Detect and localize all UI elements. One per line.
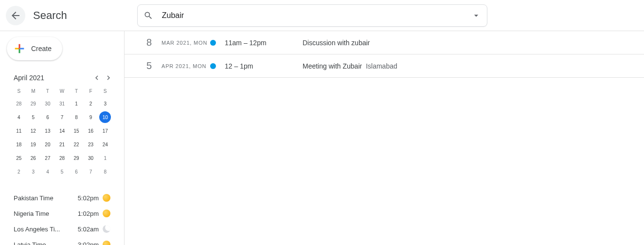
result-title-wrap: Discussion with zubair	[303, 39, 370, 47]
result-date: APR 2021, MON	[152, 63, 210, 69]
clock-time: 1:02pm	[78, 210, 99, 217]
result-time: 11am – 12pm	[225, 39, 303, 47]
calendar-day[interactable]: 5	[56, 166, 68, 177]
calendar-day[interactable]: 24	[99, 139, 111, 150]
sidebar: Create April 2021 SMTWTFS 28293031123456…	[0, 31, 125, 245]
mini-calendar-title: April 2021	[14, 74, 91, 82]
dow-header: T	[69, 87, 84, 97]
search-box[interactable]	[137, 4, 487, 27]
clock-time: 5:02am	[78, 226, 99, 233]
calendar-day[interactable]: 28	[13, 98, 25, 109]
calendar-day[interactable]: 17	[99, 125, 111, 137]
result-location: Islamabad	[366, 62, 397, 70]
result-day: 8	[134, 37, 152, 48]
calendar-day[interactable]: 9	[85, 111, 97, 123]
clock-label: Nigeria Time	[14, 210, 78, 217]
create-label: Create	[31, 45, 52, 52]
chevron-right-icon	[104, 73, 113, 82]
calendar-day[interactable]: 22	[71, 139, 82, 150]
search-result-row[interactable]: 5APR 2021, MON12 – 1pmMeeting with Zubai…	[125, 54, 644, 78]
calendar-day[interactable]: 20	[42, 139, 54, 150]
calendar-day[interactable]: 18	[13, 139, 25, 150]
dow-header: F	[84, 87, 98, 97]
calendar-day[interactable]: 16	[85, 125, 97, 137]
calendar-day[interactable]: 14	[56, 125, 68, 137]
result-title: Meeting with Zubair	[303, 62, 362, 70]
calendar-day[interactable]: 7	[85, 166, 97, 177]
back-button[interactable]	[6, 6, 25, 25]
next-month-button[interactable]	[103, 72, 114, 84]
calendar-day[interactable]: 28	[56, 152, 68, 164]
calendar-day[interactable]: 29	[27, 98, 39, 109]
calendar-day[interactable]: 13	[42, 125, 54, 137]
calendar-day[interactable]: 30	[42, 98, 54, 109]
result-day: 5	[134, 60, 152, 71]
calendar-day[interactable]: 4	[13, 111, 25, 123]
world-clocks: Pakistan Time5:02pmNigeria Time1:02pmLos…	[6, 190, 118, 245]
calendar-day[interactable]: 30	[85, 152, 97, 164]
caret-down-icon	[471, 11, 481, 20]
moon-icon	[103, 225, 110, 233]
calendar-day[interactable]: 11	[13, 125, 25, 137]
calendar-day[interactable]: 7	[56, 111, 68, 123]
calendar-day[interactable]: 26	[27, 152, 39, 164]
search-icon	[143, 11, 153, 20]
event-color-dot	[210, 40, 216, 46]
event-color-dot	[210, 63, 216, 69]
chevron-left-icon	[92, 73, 101, 82]
calendar-day[interactable]: 19	[27, 139, 39, 150]
plus-icon	[13, 42, 26, 55]
calendar-day[interactable]: 1	[99, 152, 111, 164]
page-title: Search	[33, 9, 67, 22]
calendar-day[interactable]: 8	[71, 111, 82, 123]
clock-time: 3:02pm	[78, 241, 99, 245]
search-result-row[interactable]: 8MAR 2021, MON11am – 12pmDiscussion with…	[125, 31, 644, 54]
clock-time: 5:02pm	[78, 194, 99, 202]
search-results: 8MAR 2021, MON11am – 12pmDiscussion with…	[125, 31, 644, 245]
calendar-day[interactable]: 29	[71, 152, 82, 164]
clock-label: Los Angeles Ti...	[14, 226, 78, 233]
calendar-day[interactable]: 3	[27, 166, 39, 177]
result-time: 12 – 1pm	[225, 62, 303, 70]
calendar-day[interactable]: 2	[85, 98, 97, 109]
result-date: MAR 2021, MON	[152, 40, 210, 46]
world-clock-row[interactable]: Los Angeles Ti...5:02am	[14, 221, 110, 237]
mini-calendar-header: April 2021	[6, 69, 118, 87]
calendar-day[interactable]: 12	[27, 125, 39, 137]
calendar-day[interactable]: 5	[27, 111, 39, 123]
calendar-day[interactable]: 25	[13, 152, 25, 164]
header: Search	[0, 0, 644, 31]
dow-header: T	[40, 87, 55, 97]
calendar-day[interactable]: 3	[99, 98, 111, 109]
main: Create April 2021 SMTWTFS 28293031123456…	[0, 31, 644, 245]
result-title-wrap: Meeting with ZubairIslamabad	[303, 62, 397, 70]
world-clock-row[interactable]: Pakistan Time5:02pm	[14, 190, 110, 206]
mini-calendar: SMTWTFS 28293031123456789101112131415161…	[6, 87, 118, 178]
sun-icon	[103, 194, 110, 202]
calendar-day[interactable]: 4	[42, 166, 54, 177]
world-clock-row[interactable]: Latvia Time3:02pm	[14, 237, 110, 245]
dow-header: S	[12, 87, 26, 97]
calendar-day[interactable]: 15	[71, 125, 82, 137]
arrow-left-icon	[10, 10, 21, 21]
calendar-day[interactable]: 2	[13, 166, 25, 177]
calendar-day[interactable]: 23	[85, 139, 97, 150]
calendar-day[interactable]: 31	[56, 98, 68, 109]
calendar-day[interactable]: 6	[42, 111, 54, 123]
calendar-day[interactable]: 27	[42, 152, 54, 164]
world-clock-row[interactable]: Nigeria Time1:02pm	[14, 206, 110, 221]
dow-header: M	[26, 87, 41, 97]
sun-icon	[103, 210, 110, 217]
sun-icon	[103, 241, 110, 245]
prev-month-button[interactable]	[91, 72, 103, 84]
calendar-day[interactable]: 8	[99, 166, 111, 177]
create-button[interactable]: Create	[7, 37, 62, 60]
search-options-dropdown[interactable]	[471, 11, 481, 20]
dow-header: S	[98, 87, 112, 97]
search-input[interactable]	[162, 11, 471, 20]
calendar-day[interactable]: 6	[71, 166, 82, 177]
calendar-day[interactable]: 21	[56, 139, 68, 150]
calendar-day[interactable]: 1	[71, 98, 82, 109]
calendar-day[interactable]: 10	[99, 111, 111, 123]
dow-header: W	[55, 87, 70, 97]
